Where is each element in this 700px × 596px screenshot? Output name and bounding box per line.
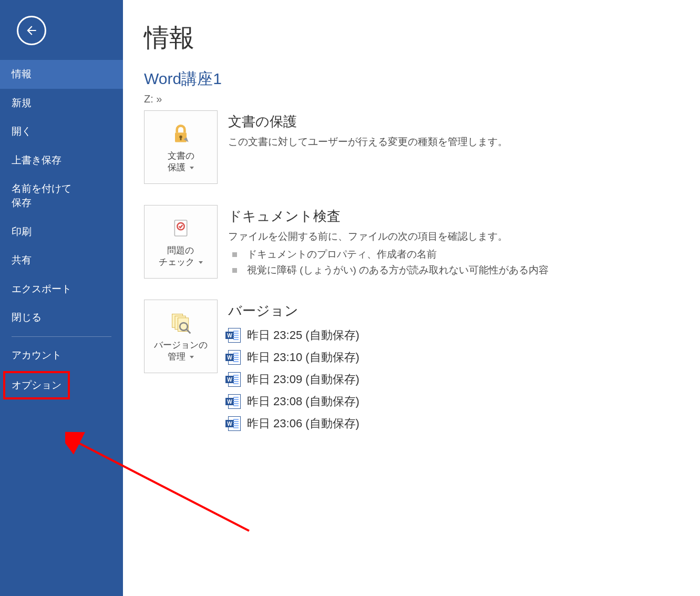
version-list: 昨日 23:25 (自動保存) 昨日 23:10 (自動保存) 昨日 23:09… (228, 324, 679, 435)
document-check-icon (168, 215, 193, 241)
version-label: 昨日 23:08 (自動保存) (247, 394, 359, 409)
back-button[interactable] (17, 16, 46, 45)
nav-item-new[interactable]: 新規 (0, 89, 123, 118)
nav-item-close[interactable]: 閉じる (0, 303, 123, 332)
document-path: Z: » (144, 93, 679, 105)
inspect-bullet: ドキュメントのプロパティ、作成者の名前 (228, 246, 679, 262)
word-doc-icon (228, 372, 241, 387)
nav-item-print[interactable]: 印刷 (0, 218, 123, 246)
version-label: 昨日 23:09 (自動保存) (247, 372, 359, 387)
lock-icon (168, 121, 193, 146)
version-label: 昨日 23:06 (自動保存) (247, 416, 359, 431)
protect-section: 文書の 保護 文書の保護 この文書に対してユーザーが行える変更の種類を管理します… (144, 110, 679, 184)
manage-versions-button[interactable]: バージョンの 管理 (144, 300, 218, 373)
chevron-down-icon (190, 167, 194, 169)
inspect-desc: ファイルを公開する前に、ファイルの次の項目を確認します。 (228, 230, 679, 243)
nav-item-open[interactable]: 開く (0, 117, 123, 146)
nav-label: エクスポート (12, 283, 71, 294)
version-item[interactable]: 昨日 23:06 (自動保存) (228, 413, 679, 435)
chevron-down-icon (199, 261, 203, 264)
nav-label: 印刷 (12, 226, 32, 237)
inspect-section: 問題の チェック ドキュメント検査 ファイルを公開する前に、ファイルの次の項目を… (144, 205, 679, 279)
word-doc-icon (228, 350, 241, 365)
nav-item-share[interactable]: 共有 (0, 246, 123, 275)
svg-rect-2 (180, 137, 182, 140)
versions-icon (168, 310, 193, 335)
main-content: 情報 Word講座1 Z: » 文書の 保護 文書の保護 この文書に対してユーザ… (123, 0, 700, 596)
nav-item-save-as[interactable]: 名前を付けて 保存 (0, 174, 123, 217)
inspect-bullets: ドキュメントのプロパティ、作成者の名前 視覚に障碍 (しょうがい) のある方が読… (228, 246, 679, 279)
version-item[interactable]: 昨日 23:10 (自動保存) (228, 346, 679, 368)
version-item[interactable]: 昨日 23:09 (自動保存) (228, 368, 679, 391)
tile-label: 問題の チェック (159, 245, 194, 267)
protect-desc: この文書に対してユーザーが行える変更の種類を管理します。 (228, 135, 679, 149)
nav-divider (12, 336, 111, 337)
versions-heading: バージョン (228, 302, 679, 320)
nav-label: 上書き保存 (12, 155, 61, 166)
nav-label: 名前を付けて 保存 (12, 183, 71, 208)
arrow-left-icon (25, 24, 38, 37)
check-issues-button[interactable]: 問題の チェック (144, 205, 218, 279)
nav-label: 情報 (12, 68, 32, 79)
version-label: 昨日 23:25 (自動保存) (247, 327, 359, 343)
version-label: 昨日 23:10 (自動保存) (247, 350, 359, 365)
nav-label: オプション (12, 379, 61, 391)
nav-item-info[interactable]: 情報 (0, 60, 123, 89)
nav-label: 開く (12, 126, 32, 137)
nav-item-options[interactable]: オプション (3, 371, 70, 400)
protect-document-button[interactable]: 文書の 保護 (144, 110, 218, 184)
nav-item-save[interactable]: 上書き保存 (0, 146, 123, 175)
word-doc-icon (228, 416, 241, 431)
chevron-down-icon (190, 356, 194, 358)
backstage-sidebar: 情報 新規 開く 上書き保存 名前を付けて 保存 印刷 共有 エクスポート 閉じ… (0, 0, 123, 596)
inspect-bullet: 視覚に障碍 (しょうがい) のある方が読み取れない可能性がある内容 (228, 262, 679, 278)
tile-label: バージョンの 管理 (154, 340, 208, 362)
word-doc-icon (228, 394, 241, 409)
versions-section: バージョンの 管理 バージョン 昨日 23:25 (自動保存) 昨日 23:10… (144, 300, 679, 435)
nav-label: 新規 (12, 97, 32, 108)
nav-label: アカウント (12, 350, 61, 361)
nav-item-export[interactable]: エクスポート (0, 275, 123, 304)
nav-item-account[interactable]: アカウント (0, 341, 123, 370)
version-item[interactable]: 昨日 23:08 (自動保存) (228, 391, 679, 413)
page-title: 情報 (144, 21, 679, 55)
protect-heading: 文書の保護 (228, 112, 679, 131)
word-doc-icon (228, 328, 241, 343)
document-title: Word講座1 (144, 68, 679, 90)
version-item[interactable]: 昨日 23:25 (自動保存) (228, 324, 679, 346)
inspect-heading: ドキュメント検査 (228, 207, 679, 225)
nav-label: 共有 (12, 254, 32, 265)
nav-label: 閉じる (12, 312, 42, 323)
